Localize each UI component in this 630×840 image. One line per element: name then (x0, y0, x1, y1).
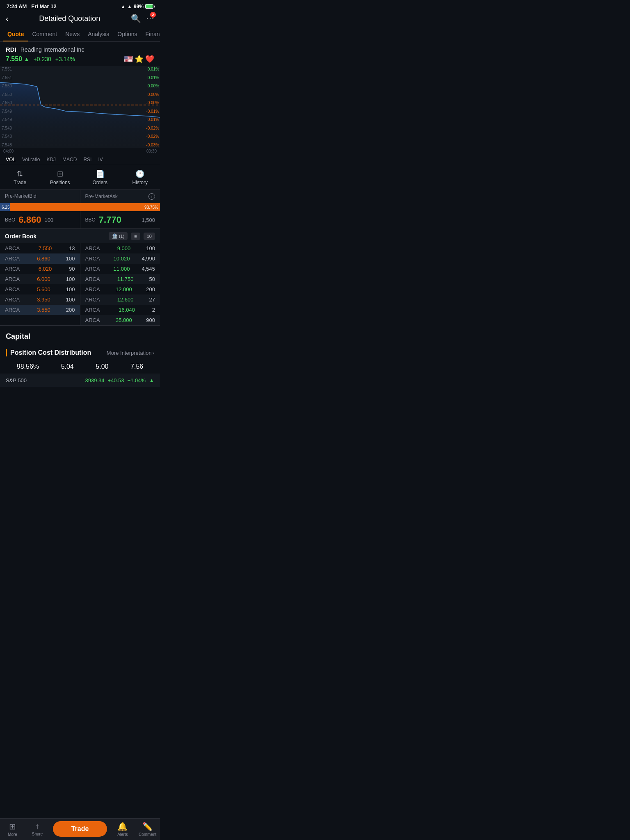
history-action[interactable]: 🕐 History (120, 165, 160, 189)
table-row: ARCA 35.000 900 (80, 315, 160, 325)
history-icon: 🕐 (135, 169, 144, 178)
stock-name: Reading International Inc (21, 46, 84, 53)
indicator-bar: VOL Vol.ratio KDJ MACD RSI IV (0, 154, 160, 165)
tab-comment[interactable]: Comment (28, 27, 61, 41)
table-row: ARCA 12.600 27 (80, 294, 160, 305)
sp500-price: 3939.34 (85, 377, 105, 383)
table-row: ARCA 11.000 4,545 (80, 264, 160, 274)
status-right: ▲ ▲ 99% (121, 4, 153, 9)
tab-options[interactable]: Options (113, 27, 141, 41)
page-title: Detailed Quotation (39, 14, 100, 23)
more-interpretation-btn[interactable]: More Interpretation › (107, 350, 154, 356)
capital-section: Capital (0, 325, 160, 344)
bar-bid: 6.25% (0, 203, 10, 211)
table-row: ARCA 3.550 200 (0, 305, 80, 315)
table-row: ARCA 12.000 200 (80, 284, 160, 294)
heart-icon: ❤️ (145, 55, 154, 64)
table-row: ARCA 6.860 100 (0, 253, 80, 264)
price-chart (0, 66, 160, 148)
orders-icon: 📄 (96, 169, 105, 178)
chart-y-labels: 7.551 7.551 7.550 7.550 7.550 7.549 7.54… (2, 66, 12, 148)
stock-price-group: 7.550 ▲ +0.230 +3.14% (6, 55, 75, 63)
order-book-title: Order Book (5, 233, 37, 240)
bbo-ask-qty: 1,500 (142, 217, 155, 223)
sp500-values: 3939.34 +40.53 +1.04% ▲ (85, 377, 154, 383)
bbo-row: BBO 6.860 100 BBO 7.770 1,500 (0, 211, 160, 228)
positions-label: Positions (50, 180, 70, 185)
table-row: ARCA 7.550 13 (0, 243, 80, 253)
order-book-filter-btn[interactable]: 🏦 (1) (109, 232, 128, 240)
tab-financial[interactable]: Financial (142, 27, 160, 41)
status-bar: 7:24 AM Fri Mar 12 ▲ ▲ 99% (0, 0, 160, 11)
bbo-ask-price: 7.770 (99, 215, 121, 225)
us-flag-icon: 🇺🇸 (124, 55, 133, 64)
order-book-view-btn[interactable]: 10 (144, 233, 155, 240)
table-row: ARCA 3.950 100 (0, 294, 80, 305)
order-book-header: Order Book 🏦 (1) ≡ 10 (0, 228, 160, 243)
table-row: ARCA 6.000 100 (0, 274, 80, 284)
sp500-change: +40.53 (108, 377, 124, 383)
history-label: History (132, 180, 148, 185)
stock-ticker: RDI (6, 46, 16, 53)
ob-asks-col: ARCA 9.000 100 ARCA 10.020 4,990 ARCA 11… (80, 243, 160, 325)
orders-action[interactable]: 📄 Orders (80, 165, 120, 189)
chart-time-labels: 04:00 09:30 (0, 148, 160, 154)
ob-bids-col: ARCA 7.550 13 ARCA 6.860 100 ARCA 6.020 … (0, 243, 80, 325)
sort-icon: ≡ (134, 234, 137, 239)
trade-icon: ⇅ (17, 169, 23, 178)
pos-cost-title: Position Cost Distribution (6, 349, 91, 356)
sp500-chevron-icon: ▲ (149, 377, 154, 383)
notification-badge: 2 (150, 12, 156, 18)
indicator-volratio[interactable]: Vol.ratio (22, 157, 40, 162)
capital-title: Capital (6, 332, 30, 340)
up-arrow-icon: ▲ (24, 56, 30, 62)
sp500-label: S&P 500 (6, 377, 27, 383)
indicator-rsi[interactable]: RSI (83, 157, 91, 162)
building-icon: 🏦 (112, 233, 118, 239)
tab-news[interactable]: News (61, 27, 84, 41)
pos-cost-header: Position Cost Distribution More Interpre… (0, 344, 160, 360)
order-book-sort-btn[interactable]: ≡ (131, 233, 140, 240)
back-icon: ‹ (6, 14, 9, 23)
indicator-kdj[interactable]: KDJ (46, 157, 56, 162)
positions-action[interactable]: ⊟ Positions (40, 165, 80, 189)
bbo-ask-label: BBO (85, 217, 96, 223)
table-row: ARCA 16.040 2 (80, 305, 160, 315)
chevron-right-icon: › (153, 350, 154, 356)
trade-action[interactable]: ⇅ Trade (0, 165, 40, 189)
cost-val-4: 7.56 (130, 363, 143, 370)
premarket-bid-label: Pre-MarketBid (0, 190, 80, 203)
back-button[interactable]: ‹ (6, 14, 9, 23)
tab-bar: Quote Comment News Analysis Options Fina… (0, 27, 160, 42)
action-bar: ⇅ Trade ⊟ Positions 📄 Orders 🕐 History (0, 165, 160, 190)
battery-icon (145, 4, 153, 9)
indicator-iv[interactable]: IV (98, 157, 103, 162)
info-icon[interactable]: i (148, 193, 155, 200)
table-row: ARCA 11.750 50 (80, 274, 160, 284)
star-icon: ⭐ (135, 55, 144, 64)
bbo-bid-price: 6.860 (18, 215, 41, 225)
sp500-bar: S&P 500 3939.34 +40.53 +1.04% ▲ (0, 374, 160, 387)
table-row: ARCA 10.020 4,990 (80, 253, 160, 264)
search-icon: 🔍 (131, 14, 141, 23)
wifi-icon: ▲ (121, 4, 126, 9)
signal-icon: ▲ (127, 4, 132, 9)
stock-info: RDI Reading International Inc 7.550 ▲ +0… (0, 42, 160, 66)
table-row: ARCA 5.600 100 (0, 284, 80, 294)
premarket-bar: 6.25% 93.75% (0, 203, 160, 211)
premarket-header: Pre-MarketBid Pre-MarketAsk i (0, 190, 160, 203)
indicator-macd[interactable]: MACD (62, 157, 77, 162)
cost-val-2: 5.04 (61, 363, 74, 370)
bar-ask: 93.75% (10, 203, 160, 211)
search-button[interactable]: 🔍 (131, 14, 141, 23)
chart-container: 7.551 7.551 7.550 7.550 7.550 7.549 7.54… (0, 66, 160, 148)
tab-quote[interactable]: Quote (3, 27, 28, 41)
tab-analysis[interactable]: Analysis (84, 27, 113, 41)
header-actions: 🔍 ⋯ 2 (131, 14, 154, 23)
cost-val-1: 98.56% (17, 363, 39, 370)
table-row: ARCA 9.000 100 (80, 243, 160, 253)
cost-dist-values: 98.56% 5.04 5.00 7.56 (0, 360, 160, 374)
stock-change-pct: +3.14% (55, 56, 75, 62)
notification-button[interactable]: ⋯ 2 (146, 14, 154, 23)
indicator-vol[interactable]: VOL (6, 157, 16, 162)
